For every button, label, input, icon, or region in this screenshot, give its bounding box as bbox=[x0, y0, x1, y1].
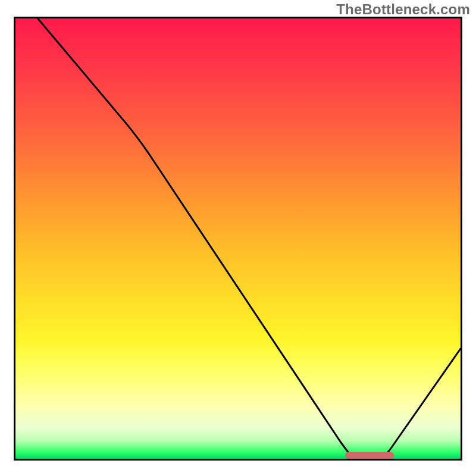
watermark-text: TheBottleneck.com bbox=[336, 1, 470, 18]
optimal-range-marker bbox=[345, 452, 394, 459]
plot-area bbox=[14, 17, 462, 461]
bottleneck-curve bbox=[15, 18, 461, 459]
chart-container: TheBottleneck.com bbox=[0, 0, 476, 476]
